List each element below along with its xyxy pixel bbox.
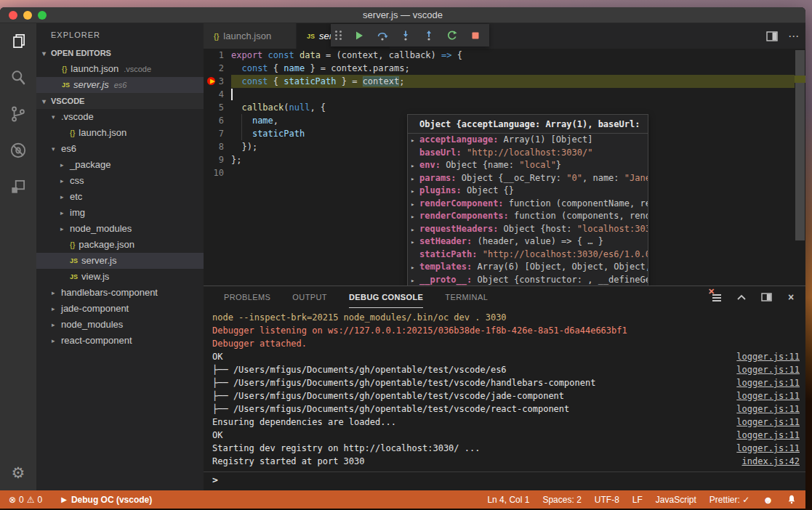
property-value: Object {} bbox=[467, 185, 514, 195]
popup-property-row[interactable]: ▸plugins: Object {} bbox=[408, 185, 648, 198]
property-value: "0" bbox=[566, 173, 582, 183]
explorer-sidebar: EXPLORER ▾OPEN EDITORS {}launch.json.vsc… bbox=[36, 23, 204, 490]
tree-item[interactable]: {}launch.json bbox=[36, 125, 204, 141]
tree-item[interactable]: JSserver.js bbox=[36, 253, 204, 269]
js-file-icon: JS bbox=[70, 253, 78, 269]
more-actions-icon[interactable]: ⋯ bbox=[788, 30, 800, 43]
popup-property-row[interactable]: ▸requestHeaders: Object {host: "localhos… bbox=[408, 223, 648, 236]
open-editor-item[interactable]: JSserver.jses6 bbox=[36, 77, 204, 93]
search-icon[interactable] bbox=[0, 60, 36, 96]
console-source-link[interactable]: logger.js:11 bbox=[736, 376, 800, 389]
source-control-icon[interactable] bbox=[0, 96, 36, 132]
popup-property-row[interactable]: ▸__proto__: Object {constructor: , __def… bbox=[408, 274, 648, 286]
popup-property-row[interactable]: ▸templates: Array(6) [Object, Object, Ob… bbox=[408, 261, 648, 274]
maximize-panel-icon[interactable] bbox=[736, 291, 747, 303]
open-editors-list: {}launch.json.vscodeJSserver.jses6 bbox=[36, 61, 204, 93]
tree-item[interactable]: ▸node_modules bbox=[36, 221, 204, 237]
code-line[interactable]: 4 bbox=[204, 88, 805, 101]
code-token: } = bbox=[337, 76, 363, 86]
move-panel-icon[interactable] bbox=[760, 291, 772, 303]
debug-status[interactable]: ▶ Debug OC (vscode) bbox=[57, 490, 156, 509]
continue-button[interactable] bbox=[350, 26, 369, 45]
line-number: 3 bbox=[204, 75, 224, 88]
code-editor[interactable]: 1export const data = (context, callback)… bbox=[204, 49, 805, 286]
editor-scrollbar[interactable] bbox=[795, 49, 805, 286]
problems-status[interactable]: ⊗ 0 ⚠ 0 bbox=[4, 490, 47, 509]
console-source-link[interactable]: logger.js:11 bbox=[736, 442, 800, 455]
encoding-status[interactable]: UTF-8 bbox=[590, 490, 624, 509]
close-panel-icon[interactable]: × bbox=[785, 291, 797, 303]
tree-item[interactable]: ▾es6 bbox=[36, 141, 204, 157]
popup-property-row[interactable]: ▸renderComponent: function (componentNam… bbox=[408, 198, 648, 211]
indentation-status[interactable]: Spaces: 2 bbox=[538, 490, 585, 509]
folder-section-header[interactable]: ▾VSCODE bbox=[36, 93, 204, 109]
expand-arrow-icon: ▸ bbox=[411, 160, 419, 172]
explorer-icon[interactable] bbox=[0, 23, 36, 60]
console-source-link[interactable]: logger.js:11 bbox=[736, 402, 800, 416]
stop-button[interactable] bbox=[466, 26, 485, 45]
code-token: { bbox=[268, 63, 284, 73]
eol-status[interactable]: LF bbox=[628, 490, 647, 509]
folder-twistie-icon: ▸ bbox=[60, 189, 70, 205]
code-line[interactable]: 1export const data = (context, callback)… bbox=[204, 49, 805, 62]
json-file-icon: {} bbox=[70, 125, 75, 141]
settings-gear-icon[interactable]: ⚙ bbox=[0, 464, 36, 482]
debug-console-output: node --inspect-brk=20215 node_modules/.b… bbox=[212, 311, 800, 471]
panel-tab-output[interactable]: OUTPUT bbox=[292, 286, 327, 308]
split-editor-icon[interactable] bbox=[766, 31, 778, 41]
console-source-link[interactable]: index.js:42 bbox=[742, 455, 800, 468]
tree-item[interactable]: ▸img bbox=[36, 205, 204, 221]
step-over-button[interactable] bbox=[373, 26, 392, 45]
step-into-button[interactable] bbox=[396, 26, 415, 45]
cursor-position-status[interactable]: Ln 4, Col 1 bbox=[483, 490, 534, 509]
console-source-link[interactable]: logger.js:11 bbox=[736, 429, 800, 442]
console-source-link[interactable]: logger.js:11 bbox=[736, 389, 800, 402]
popup-property-row[interactable]: ▸env: Object {name: "local"} bbox=[408, 159, 648, 172]
feedback-smiley-icon[interactable]: ☻ bbox=[758, 490, 778, 509]
tree-item[interactable]: ▸node_modules bbox=[36, 317, 204, 333]
popup-property-row[interactable]: staticPath: "http://localhost:3030/es6/1… bbox=[408, 248, 648, 262]
tree-item[interactable]: ▾.vscode bbox=[36, 109, 204, 125]
code-line[interactable]: 5 callback(null, { bbox=[204, 101, 805, 114]
panel-tab-problems[interactable]: PROBLEMS bbox=[224, 286, 270, 308]
console-source-link[interactable]: logger.js:11 bbox=[736, 416, 800, 429]
step-out-button[interactable] bbox=[419, 26, 438, 45]
console-line: Registry started at port 3030index.js:42 bbox=[212, 455, 800, 468]
open-editor-item[interactable]: {}launch.json.vscode bbox=[36, 61, 204, 77]
tree-item[interactable]: ▸jade-component bbox=[36, 301, 204, 317]
debug-console-input[interactable]: > bbox=[204, 471, 805, 490]
popup-property-row[interactable]: ▸setHeader: (header, value) => { … } bbox=[408, 235, 648, 248]
toolbar-drag-handle[interactable] bbox=[335, 29, 345, 42]
tree-item[interactable]: ▸_package bbox=[36, 157, 204, 173]
panel-tab-terminal[interactable]: TERMINAL bbox=[445, 286, 488, 308]
clear-console-icon[interactable]: ✕ bbox=[711, 291, 723, 303]
tree-item[interactable]: ▸etc bbox=[36, 189, 204, 205]
tab-launch-json[interactable]: {} launch.json bbox=[204, 23, 297, 49]
property-value: "local" bbox=[519, 160, 556, 170]
tree-item[interactable]: ▸css bbox=[36, 173, 204, 189]
tree-item[interactable]: ▸react-component bbox=[36, 333, 204, 349]
tree-item[interactable]: {}package.json bbox=[36, 237, 204, 253]
language-status[interactable]: JavaScript bbox=[651, 490, 701, 509]
open-editors-header[interactable]: ▾OPEN EDITORS bbox=[36, 45, 204, 61]
desktop-background: server.js — vscode ⚙ bbox=[0, 0, 812, 510]
panel-tab-debug-console[interactable]: DEBUG CONSOLE bbox=[349, 286, 423, 308]
extensions-icon[interactable] bbox=[0, 169, 36, 205]
popup-property-row[interactable]: ▸params: Object {__oc_Retry: "0", name: … bbox=[408, 172, 648, 185]
popup-property-row[interactable]: ▸renderComponents: function (components,… bbox=[408, 210, 648, 223]
debug-icon[interactable] bbox=[0, 132, 36, 169]
notifications-bell-icon[interactable] bbox=[782, 490, 801, 509]
tree-item-label: .vscode bbox=[61, 109, 94, 125]
tree-item[interactable]: JSview.js bbox=[36, 269, 204, 285]
popup-property-row[interactable]: ▸acceptLanguage: Array(1) [Object] bbox=[408, 134, 648, 147]
code-line[interactable]: ▶3 const { staticPath } = context; bbox=[204, 75, 805, 88]
popup-property-row[interactable]: baseUrl: "http://localhost:3030/" bbox=[408, 147, 648, 160]
code-line[interactable]: 2 const { name } = context.params; bbox=[204, 62, 805, 75]
console-source-link[interactable]: logger.js:11 bbox=[736, 350, 800, 363]
property-name: requestHeaders: bbox=[419, 224, 504, 234]
restart-button[interactable] bbox=[443, 26, 462, 45]
console-source-link[interactable]: logger.js:11 bbox=[736, 363, 800, 376]
prettier-status[interactable]: Prettier: ✓ bbox=[705, 490, 754, 509]
tree-item[interactable]: ▸handlebars-component bbox=[36, 285, 204, 301]
error-icon: ⊗ bbox=[9, 495, 16, 505]
